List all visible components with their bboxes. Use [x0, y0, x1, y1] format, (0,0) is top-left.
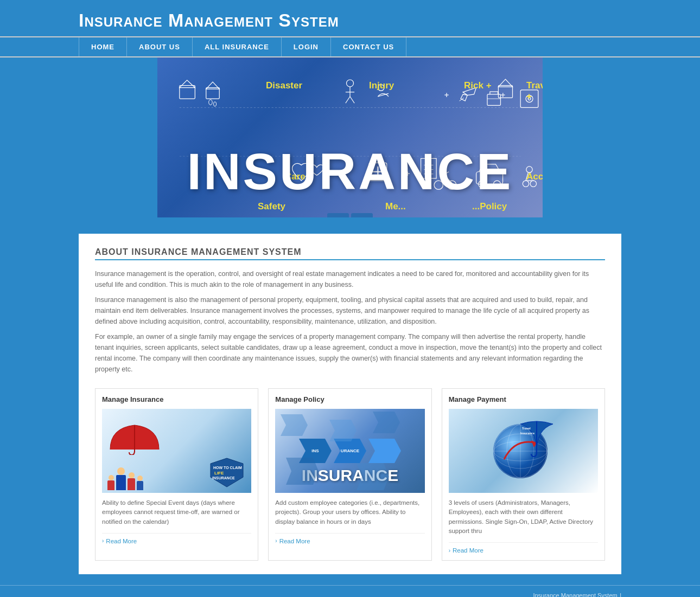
banner-label-injury: Injury: [369, 80, 394, 91]
navbar: HOME ABOUT US ALL INSURANCE LOGIN CONTAC…: [0, 36, 700, 57]
about-title: ABOUT INSURANCE MANAGEMENT SYSTEM: [95, 247, 605, 257]
card-manage-policy-read-more[interactable]: › Read More: [275, 533, 424, 544]
about-paragraph-1: Insurance management is the operation, c…: [95, 268, 605, 290]
svg-rect-36: [487, 94, 500, 105]
svg-point-7: [214, 102, 217, 106]
nav-contact[interactable]: CONTACT US: [331, 37, 406, 56]
banner-label-medical: Me...: [385, 201, 406, 212]
card-manage-insurance: Manage Insurance: [95, 388, 258, 561]
svg-text:INSURANCE: INSURANCE: [212, 476, 235, 480]
banner-label-accident: Accident: [526, 171, 543, 182]
svg-marker-5: [206, 82, 219, 89]
main-content: ABOUT INSURANCE MANAGEMENT SYSTEM Insura…: [79, 234, 621, 574]
card-manage-insurance-read-more[interactable]: › Read More: [102, 533, 251, 544]
carousel-up-button[interactable]: ∧: [327, 213, 349, 217]
card-manage-payment-image: Travel Insurance: [449, 409, 598, 493]
svg-text:+: +: [500, 91, 505, 99]
cards-row: Manage Insurance: [95, 388, 605, 561]
banner-label-travel: Travel +: [526, 80, 543, 102]
card-manage-policy-title: Manage Policy: [275, 395, 424, 403]
svg-text:+: +: [444, 91, 449, 99]
footer: Insurance Management System |: [0, 585, 700, 597]
umbrella-svg: [102, 412, 167, 455]
card-manage-insurance-desc: Ability to define Special Event days (da…: [102, 498, 251, 527]
manage-payment-illustration: Travel Insurance: [449, 409, 598, 493]
banner-label-disaster: Disaster: [266, 80, 302, 91]
banner-content: + + + + Disaster Injury Rick + Travel + …: [157, 57, 543, 217]
chevron-right-icon-2: ›: [275, 538, 277, 544]
globe-container: Travel Insurance: [488, 416, 558, 486]
banner-label-safety: Safety: [258, 201, 285, 212]
svg-line-11: [346, 97, 350, 103]
svg-rect-2: [180, 86, 195, 99]
svg-text:Insurance: Insurance: [520, 432, 534, 435]
card-manage-policy-desc: Add custom employee categories (i.e., de…: [275, 498, 424, 527]
card-manage-policy: Manage Policy INS URANCE: [268, 388, 431, 561]
header: Insurance Management System: [0, 0, 700, 36]
card-manage-payment: Manage Payment: [442, 388, 605, 561]
manage-policy-illustration: INS URANCE INSURANCE: [275, 409, 424, 493]
person-1: [107, 475, 114, 490]
svg-point-8: [346, 80, 353, 87]
svg-marker-16: [498, 79, 512, 87]
footer-separator: |: [620, 592, 621, 597]
shield-badge: HOW TO CLAIM LIFE INSURANCE: [208, 455, 246, 490]
svg-text:HOW TO CLAIM: HOW TO CLAIM: [213, 466, 242, 470]
site-title: Insurance Management System: [79, 10, 621, 31]
about-paragraph-2: Insurance management is also the managem…: [95, 294, 605, 327]
card-manage-insurance-image: HOW TO CLAIM LIFE INSURANCE: [102, 409, 251, 493]
manage-insurance-illustration: HOW TO CLAIM LIFE INSURANCE: [102, 409, 251, 493]
banner-label-policy: ...Policy: [472, 201, 507, 212]
svg-line-35: [460, 98, 464, 101]
svg-text:Travel: Travel: [522, 427, 531, 430]
card-manage-policy-image: INS URANCE INSURANCE: [275, 409, 424, 493]
hero-insurance-text: INSURANCE: [187, 142, 513, 201]
card-manage-payment-read-more[interactable]: › Read More: [449, 542, 598, 554]
about-paragraph-3: For example, an owner of a single family…: [95, 331, 605, 375]
footer-text: Insurance Management System: [533, 592, 617, 597]
banner-label-rick: Rick +: [464, 80, 492, 91]
hero-banner: + + + + Disaster Injury Rick + Travel + …: [157, 57, 543, 217]
carousel-down-button[interactable]: ∨: [351, 213, 373, 217]
svg-line-14: [378, 93, 389, 97]
card-manage-insurance-title: Manage Insurance: [102, 395, 251, 403]
svg-marker-3: [180, 80, 195, 88]
people-group: [107, 467, 143, 490]
person-2: [116, 467, 126, 490]
svg-text:LIFE: LIFE: [214, 471, 224, 476]
chevron-right-icon-3: ›: [449, 548, 450, 554]
nav-login[interactable]: LOGIN: [282, 37, 331, 56]
policy-bg-svg: [275, 409, 424, 493]
person-3: [128, 472, 135, 490]
svg-rect-15: [498, 86, 512, 98]
shield-svg: HOW TO CLAIM LIFE INSURANCE: [208, 455, 246, 488]
about-divider: [95, 259, 605, 260]
card-manage-payment-title: Manage Payment: [449, 395, 598, 403]
chevron-right-icon: ›: [102, 538, 104, 544]
nav-all-insurance[interactable]: ALL INSURANCE: [193, 37, 282, 56]
svg-rect-4: [206, 88, 219, 99]
about-section: ABOUT INSURANCE MANAGEMENT SYSTEM Insura…: [95, 247, 605, 375]
payment-umbrella-svg: Travel Insurance: [518, 416, 556, 459]
card-manage-payment-desc: 3 levels of users (Administrators, Manag…: [449, 498, 598, 536]
nav-home[interactable]: HOME: [79, 37, 127, 56]
svg-line-12: [350, 97, 354, 103]
carousel-controls: ∧ ∨: [327, 213, 373, 217]
hero-wrapper: + + + + Disaster Injury Rick + Travel + …: [79, 57, 621, 217]
person-4: [137, 476, 143, 490]
svg-point-6: [209, 100, 213, 105]
nav-about[interactable]: ABOUT US: [127, 37, 193, 56]
